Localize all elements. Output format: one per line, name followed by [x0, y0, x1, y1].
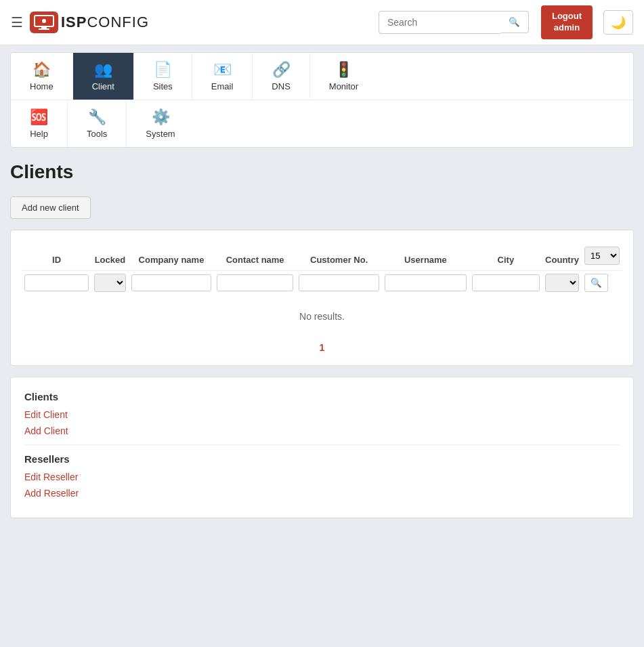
filter-search-icon: 🔍	[591, 278, 602, 288]
nav-label-monitor: Monitor	[329, 81, 358, 91]
filter-id-cell	[22, 270, 91, 297]
filter-company-input[interactable]	[131, 274, 211, 291]
dark-mode-button[interactable]: 🌙	[603, 10, 633, 35]
filter-search-button[interactable]: 🔍	[584, 274, 608, 292]
tools-icon: 🔧	[88, 108, 106, 126]
no-results-text: No results.	[22, 297, 622, 335]
filter-city-input[interactable]	[472, 274, 540, 291]
filter-username-input[interactable]	[385, 274, 466, 291]
nav-label-dns: DNS	[272, 81, 290, 91]
info-divider	[24, 444, 620, 445]
search-icon: 🔍	[509, 17, 520, 27]
filter-row: Yes No	[22, 270, 622, 297]
no-results-row: No results.	[22, 297, 622, 335]
col-city: City	[469, 241, 543, 271]
col-customer-no: Customer No.	[296, 241, 382, 271]
main-content: Clients Add new client ID Locked Company…	[0, 148, 644, 532]
filter-contact-input[interactable]	[217, 274, 293, 291]
svg-rect-2	[39, 28, 49, 30]
nav-item-sites[interactable]: 📄 Sites	[134, 53, 192, 100]
nav-item-client[interactable]: 👥 Client	[73, 53, 134, 100]
info-section-clients-title: Clients	[24, 391, 620, 402]
edit-reseller-link[interactable]: Edit Reseller	[24, 472, 620, 482]
hamburger-menu-icon[interactable]: ☰	[11, 14, 23, 30]
search-button[interactable]: 🔍	[500, 11, 529, 33]
nav-item-system[interactable]: ⚙️ System	[127, 100, 194, 147]
filter-search-cell: 🔍	[582, 270, 622, 297]
home-icon: 🏠	[33, 61, 51, 79]
add-reseller-link[interactable]: Add Reseller	[24, 488, 620, 499]
info-card: Clients Edit Client Add Client Resellers…	[10, 377, 634, 518]
system-icon: ⚙️	[152, 108, 170, 126]
filter-country-select[interactable]	[545, 274, 579, 292]
help-icon: 🆘	[30, 108, 48, 126]
filter-username-cell	[382, 270, 469, 297]
sites-icon: 📄	[154, 61, 172, 79]
nav-row-2: 🆘 Help 🔧 Tools ⚙️ System	[11, 100, 633, 147]
col-id: ID	[22, 241, 91, 271]
filter-company-cell	[129, 270, 214, 297]
logo: ISPCONFIG	[30, 12, 149, 33]
nav-row-1: 🏠 Home 👥 Client 📄 Sites 📧 Email 🔗 DNS 🚦 …	[11, 53, 633, 100]
svg-point-3	[42, 19, 46, 23]
clients-table-card: ID Locked Company name Contact name Cust…	[10, 230, 634, 366]
dns-icon: 🔗	[272, 61, 291, 79]
nav-label-help: Help	[30, 129, 48, 139]
add-new-client-button[interactable]: Add new client	[10, 196, 91, 219]
search-wrap: 🔍	[379, 11, 529, 34]
filter-locked-select[interactable]: Yes No	[94, 274, 126, 292]
add-client-link[interactable]: Add Client	[24, 425, 620, 436]
logout-button[interactable]: Logoutadmin	[541, 5, 593, 39]
filter-locked-cell: Yes No	[91, 270, 129, 297]
nav-item-home[interactable]: 🏠 Home	[11, 53, 73, 100]
header: ☰ ISPCONFIG 🔍 Logoutadmin 🌙	[0, 0, 644, 45]
page-title: Clients	[10, 161, 634, 183]
info-section-clients: Clients Edit Client Add Client	[24, 391, 620, 436]
filter-contact-cell	[214, 270, 296, 297]
filter-country-cell	[542, 270, 582, 297]
nav-item-monitor[interactable]: 🚦 Monitor	[310, 53, 377, 100]
dark-mode-icon: 🌙	[611, 16, 626, 29]
filter-id-input[interactable]	[24, 274, 89, 291]
col-username: Username	[382, 241, 469, 271]
col-contact-name: Contact name	[214, 241, 296, 271]
filter-city-cell	[469, 270, 543, 297]
logo-text: ISPCONFIG	[61, 14, 149, 31]
col-country: Country	[542, 241, 582, 271]
info-section-resellers: Resellers Edit Reseller Add Reseller	[24, 453, 620, 499]
logo-icon	[30, 12, 58, 33]
pagination-page-1[interactable]: 1	[320, 342, 325, 353]
nav-container: 🏠 Home 👥 Client 📄 Sites 📧 Email 🔗 DNS 🚦 …	[10, 52, 634, 148]
nav-label-client: Client	[92, 81, 114, 91]
nav-label-email: Email	[211, 81, 234, 91]
nav-item-help[interactable]: 🆘 Help	[11, 100, 68, 147]
filter-customer-cell	[296, 270, 382, 297]
search-input[interactable]	[379, 11, 500, 34]
col-company-name: Company name	[129, 241, 214, 271]
filter-customer-input[interactable]	[299, 274, 379, 291]
nav-label-system: System	[146, 129, 175, 139]
col-locked: Locked	[91, 241, 129, 271]
client-icon: 👥	[94, 61, 112, 79]
nav-label-tools: Tools	[87, 129, 107, 139]
info-section-resellers-title: Resellers	[24, 453, 620, 465]
email-icon: 📧	[213, 61, 232, 79]
nav-label-sites: Sites	[153, 81, 173, 91]
col-perpage: 15 30 50 100	[582, 241, 622, 271]
nav-item-tools[interactable]: 🔧 Tools	[68, 100, 127, 147]
nav-item-email[interactable]: 📧 Email	[192, 53, 253, 100]
nav-label-home: Home	[30, 81, 53, 91]
nav-item-dns[interactable]: 🔗 DNS	[253, 53, 309, 100]
pagination: 1	[22, 335, 622, 354]
edit-client-link[interactable]: Edit Client	[24, 409, 620, 420]
clients-table: ID Locked Company name Contact name Cust…	[22, 241, 622, 335]
per-page-select[interactable]: 15 30 50 100	[584, 247, 620, 265]
monitor-icon: 🚦	[335, 61, 353, 79]
